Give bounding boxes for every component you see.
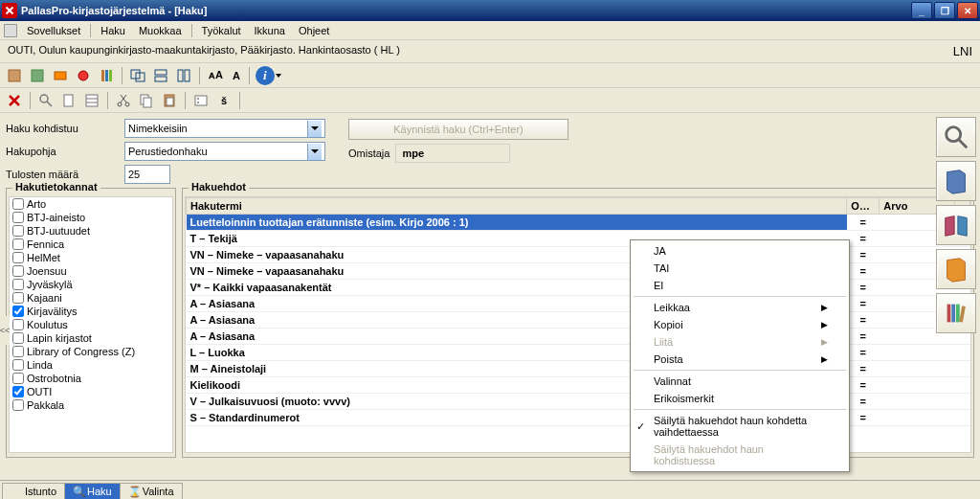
database-checkbox[interactable] xyxy=(12,212,24,223)
search-button[interactable] xyxy=(35,90,56,111)
count-input[interactable] xyxy=(124,165,170,184)
database-item[interactable]: Kirjavälitys xyxy=(10,305,172,318)
criteria-header-term[interactable]: Hakutermi xyxy=(187,198,847,215)
database-item[interactable]: Lapin kirjastot xyxy=(10,331,172,345)
menu-muokkaa[interactable]: Muokkaa xyxy=(133,23,188,38)
criteria-row[interactable]: A – Asiasana= xyxy=(187,329,970,345)
font-smaller-button[interactable]: ᴀA xyxy=(205,65,227,86)
criteria-op-cell[interactable]: = xyxy=(847,394,880,410)
criteria-value-cell[interactable] xyxy=(880,361,955,377)
tool-icon-5[interactable] xyxy=(96,65,117,86)
database-item[interactable]: BTJ-aineisto xyxy=(10,211,172,224)
database-checkbox[interactable] xyxy=(12,265,24,277)
mdi-icon[interactable] xyxy=(4,24,17,37)
criteria-op-cell[interactable]: = xyxy=(847,377,880,394)
new-doc-button[interactable] xyxy=(58,90,79,111)
tool-icon-4[interactable] xyxy=(73,65,94,86)
database-checkbox[interactable] xyxy=(12,279,24,290)
tool-windows-2[interactable] xyxy=(150,65,171,86)
criteria-row[interactable]: VN – Nimeke – vapaasanahaku= xyxy=(187,263,970,280)
criteria-value-cell[interactable] xyxy=(880,345,955,361)
database-item[interactable]: Koulutus xyxy=(10,318,172,331)
tab-valinta[interactable]: ⌛Valinta xyxy=(120,483,183,499)
database-item[interactable]: BTJ-uutuudet xyxy=(10,224,172,238)
database-checkbox[interactable] xyxy=(12,373,24,384)
database-item[interactable]: Arto xyxy=(10,197,172,211)
dock-book-blue-button[interactable] xyxy=(936,161,976,201)
criteria-row[interactable]: Luetteloinnin tuottajan erätunniste (esi… xyxy=(187,215,970,231)
cut-button[interactable] xyxy=(113,90,134,111)
dock-book-pair-button[interactable] xyxy=(936,205,976,245)
tab-istunto[interactable]: Istunto xyxy=(2,483,65,499)
tool-icon-1[interactable] xyxy=(4,65,25,86)
criteria-op-cell[interactable]: = xyxy=(847,345,880,361)
database-item[interactable]: HelMet xyxy=(10,251,172,264)
database-item[interactable]: Kajaani xyxy=(10,291,172,305)
criteria-row[interactable]: V – Julkaisuvuosi (muoto: vvvv)= xyxy=(187,394,970,410)
info-button[interactable]: i xyxy=(255,65,282,86)
criteria-row[interactable]: Kielikoodi= xyxy=(187,377,970,394)
paste-button[interactable] xyxy=(159,90,180,111)
cm-valinnat[interactable]: Valinnat xyxy=(633,373,847,390)
properties-button[interactable] xyxy=(190,90,212,111)
criteria-op-cell[interactable]: = xyxy=(847,312,880,329)
database-checkbox[interactable] xyxy=(12,332,24,344)
criteria-op-cell[interactable]: = xyxy=(847,215,880,231)
database-checkbox[interactable] xyxy=(12,252,24,263)
criteria-table-wrap[interactable]: Hakutermi O… Arvo Luetteloinnin tuottaja… xyxy=(185,196,971,453)
cm-ja[interactable]: JA xyxy=(633,242,847,260)
cm-delete[interactable]: Poista▶ xyxy=(633,351,847,368)
copy-button[interactable] xyxy=(136,90,157,111)
database-checkbox[interactable] xyxy=(12,386,24,397)
template-combo[interactable]: Perustiedonhaku xyxy=(124,142,325,161)
databases-list[interactable]: ArtoBTJ-aineistoBTJ-uutuudetFennicaHelMe… xyxy=(9,196,173,453)
maximize-button[interactable]: ❐ xyxy=(934,2,955,19)
tab-haku[interactable]: 🔍Haku xyxy=(64,483,121,499)
cm-cut[interactable]: Leikkaa▶ xyxy=(633,299,847,316)
criteria-term-cell[interactable]: Luetteloinnin tuottajan erätunniste (esi… xyxy=(187,215,847,231)
database-item[interactable]: Joensuu xyxy=(10,264,172,278)
database-item[interactable]: Fennica xyxy=(10,238,172,251)
delete-button[interactable] xyxy=(4,90,25,111)
dock-search-button[interactable] xyxy=(936,117,976,157)
criteria-row[interactable]: A – Asiasana= xyxy=(187,296,970,312)
criteria-row[interactable]: V* – Kaikki vapaasanakentät= xyxy=(187,280,970,296)
close-button[interactable]: ✕ xyxy=(957,2,978,19)
target-combo[interactable]: Nimekkeisiin xyxy=(124,119,325,138)
special-chars-button[interactable]: š xyxy=(213,90,234,111)
criteria-op-cell[interactable]: = xyxy=(847,361,880,377)
form-button[interactable] xyxy=(81,90,102,111)
menu-sovellukset[interactable]: Sovellukset xyxy=(21,23,86,38)
database-checkbox[interactable] xyxy=(12,359,24,371)
tool-icon-2[interactable] xyxy=(27,65,48,86)
minimize-button[interactable]: _ xyxy=(911,2,932,19)
criteria-row[interactable]: M – Aineistolaji= xyxy=(187,361,970,377)
tool-windows-3[interactable] xyxy=(173,65,194,86)
criteria-row[interactable]: VN – Nimeke – vapaasanahaku= xyxy=(187,247,970,263)
criteria-row[interactable]: A – Asiasana= xyxy=(187,312,970,329)
cm-keep-on-target-change[interactable]: ✓Säilytä hakuehdot haun kohdetta vaihdet… xyxy=(633,412,847,441)
database-checkbox[interactable] xyxy=(12,292,24,304)
criteria-value-cell[interactable] xyxy=(880,410,955,426)
criteria-value-cell[interactable] xyxy=(880,394,955,410)
cm-tai[interactable]: TAI xyxy=(633,260,847,277)
database-item[interactable]: OUTI xyxy=(10,385,172,398)
tool-icon-3[interactable] xyxy=(50,65,71,86)
criteria-row[interactable]: S – Standardinumerot= xyxy=(187,410,970,426)
criteria-op-cell[interactable]: = xyxy=(847,263,880,280)
database-checkbox[interactable] xyxy=(12,306,24,317)
database-checkbox[interactable] xyxy=(12,399,24,411)
cm-erikoismerkit[interactable]: Erikoismerkit xyxy=(633,390,847,407)
criteria-op-cell[interactable]: = xyxy=(847,247,880,263)
left-splitter[interactable]: << xyxy=(0,316,10,345)
criteria-row[interactable]: T – Tekijä= xyxy=(187,231,970,247)
criteria-value-cell[interactable] xyxy=(880,377,955,394)
menu-tyokalut[interactable]: Työkalut xyxy=(196,23,247,38)
database-checkbox[interactable] xyxy=(12,319,24,330)
criteria-op-cell[interactable]: = xyxy=(847,329,880,345)
database-checkbox[interactable] xyxy=(12,238,24,250)
criteria-op-cell[interactable]: = xyxy=(847,280,880,296)
menu-ohjeet[interactable]: Ohjeet xyxy=(293,23,335,38)
cm-copy[interactable]: Kopioi▶ xyxy=(633,316,847,333)
database-checkbox[interactable] xyxy=(12,225,24,237)
